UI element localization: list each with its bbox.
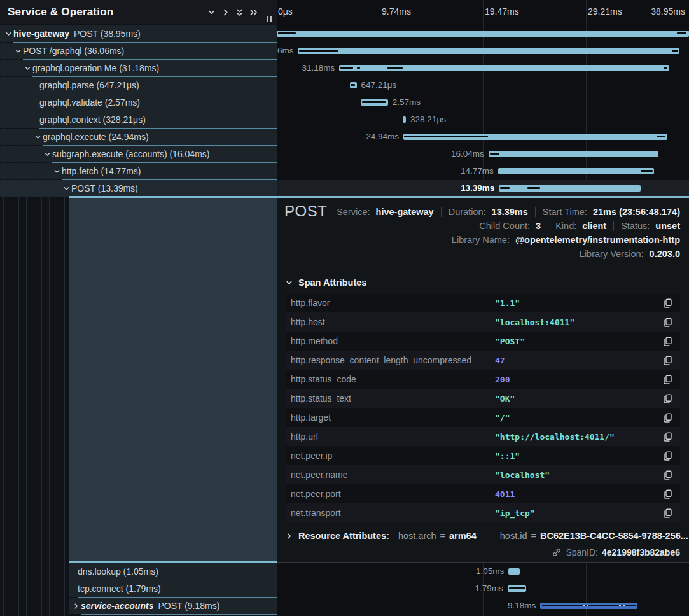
caret-down-icon[interactable]	[53, 167, 60, 175]
meta-value: 21ms (23:56:48.174)	[593, 207, 680, 217]
span-bar[interactable]	[277, 31, 689, 37]
child-span-marker	[664, 67, 667, 69]
duration-label: 1.79ms	[421, 584, 503, 594]
meta-value: unset	[655, 221, 680, 231]
caret-down-icon[interactable]	[34, 133, 41, 141]
copy-icon[interactable]	[662, 508, 672, 518]
caret-down-icon[interactable]	[4, 30, 12, 38]
copy-icon[interactable]	[662, 317, 672, 327]
span-meta: Service: hive-gatewayDuration: 13.39msSt…	[337, 205, 680, 261]
resource-attributes-toggle[interactable]: Resource Attributes: host.arch=arm64host…	[286, 531, 688, 541]
attribute-value: "localhost"	[495, 465, 550, 484]
copy-icon[interactable]	[662, 355, 672, 365]
copy-icon[interactable]	[662, 412, 672, 423]
copy-icon[interactable]	[662, 374, 672, 384]
span-id-value: 4e21998f3b82abe6	[602, 547, 680, 557]
span-bar[interactable]	[499, 185, 641, 192]
copy-icon[interactable]	[662, 393, 672, 403]
resource-attributes-title: Resource Attributes:	[298, 531, 389, 541]
collapse-all-icon[interactable]	[232, 5, 246, 19]
meta-label: Service:	[337, 207, 372, 217]
tree-row-label: subgraph.execute (accounts) (16.04ms)	[52, 146, 209, 162]
tree-row-background	[0, 180, 277, 197]
caret-down-icon[interactable]	[24, 64, 31, 72]
span-bar[interactable]	[339, 65, 669, 71]
tree-row[interactable]: graphql.operation Me (31.18ms)	[0, 60, 277, 77]
tree-row[interactable]: graphql.validate (2.57ms)	[0, 94, 277, 111]
link-icon[interactable]	[552, 548, 561, 557]
attribute-key: http.url	[291, 427, 318, 446]
span-bar[interactable]	[489, 151, 658, 157]
span-bar[interactable]	[403, 134, 667, 140]
attribute-key: http.response_content_length_uncompresse…	[291, 351, 471, 370]
caret-down-icon[interactable]	[43, 150, 51, 158]
span-bar[interactable]	[508, 585, 527, 592]
chevron-right-icon	[286, 533, 293, 540]
tree-panel-header: Service & Operation	[0, 0, 277, 24]
attribute-row: http.method"POST"	[286, 332, 680, 351]
span-bar[interactable]	[298, 48, 679, 54]
attribute-key: net.transport	[291, 503, 341, 522]
event-dot	[619, 605, 621, 606]
tree-row[interactable]: graphql.parse (647.21μs)	[0, 77, 277, 94]
copy-icon[interactable]	[662, 470, 672, 480]
tree-row-label: graphql.validate (2.57ms)	[39, 94, 140, 111]
tree-row[interactable]: subgraph.execute (accounts) (16.04ms)	[0, 146, 277, 163]
attribute-key: http.target	[291, 408, 331, 427]
span-meta-line: Service: hive-gatewayDuration: 13.39msSt…	[337, 205, 680, 219]
copy-icon[interactable]	[662, 298, 672, 308]
operation-label: graphql.context (328.21μs)	[39, 115, 146, 125]
tree-row[interactable]: dns.lookup (1.05ms)	[0, 563, 277, 580]
divider	[613, 221, 614, 231]
resource-value: arm64	[449, 531, 477, 541]
attribute-key: http.status_text	[291, 389, 351, 408]
meta-label: Library Name:	[452, 235, 512, 245]
collapse-one-icon[interactable]	[204, 5, 218, 19]
tree-row[interactable]: tcp.connect (1.79ms)	[0, 580, 277, 598]
child-span-marker	[340, 67, 353, 69]
ruler-tick: 0μs	[278, 6, 293, 17]
span-bar[interactable]	[540, 603, 637, 609]
event-dot	[587, 605, 588, 606]
caret-down-icon[interactable]	[62, 185, 70, 192]
tree-row[interactable]: POST /graphql (36.06ms)	[0, 43, 277, 60]
operation-label: tcp.connect (1.79ms)	[78, 584, 161, 594]
span-bar[interactable]	[361, 99, 388, 106]
attribute-key: http.host	[291, 312, 325, 332]
span-bar[interactable]	[403, 116, 406, 123]
span-bar[interactable]	[498, 168, 655, 174]
tree-row[interactable]: http.fetch (14.77ms)	[0, 163, 277, 180]
caret-right-icon[interactable]	[72, 602, 80, 610]
copy-icon[interactable]	[662, 489, 672, 499]
divider	[535, 207, 536, 217]
span-bar[interactable]	[508, 568, 519, 575]
tree-row[interactable]: service-accountsPOST (9.18ms)	[0, 598, 277, 615]
caret-down-icon[interactable]	[14, 47, 22, 55]
copy-icon[interactable]	[662, 336, 672, 346]
attribute-row: http.response_content_length_uncompresse…	[286, 351, 680, 370]
tree-row[interactable]: hive-gatewayPOST (38.95ms)	[0, 25, 277, 43]
duration-label: 2.57ms	[393, 97, 421, 108]
span-attributes-table: http.flavor"1.1"http.host"localhost:4011…	[286, 293, 680, 522]
attribute-value: "OK"	[495, 389, 515, 408]
child-span-marker	[351, 84, 355, 86]
tree-row[interactable]: graphql.execute (24.94ms)	[0, 129, 277, 146]
operation-label: dns.lookup (1.05ms)	[78, 566, 158, 577]
attribute-row: net.peer.name"localhost"	[286, 465, 680, 484]
panel-resize-handle[interactable]	[267, 16, 272, 22]
tree-row-label: tcp.connect (1.79ms)	[78, 580, 161, 597]
tree-row[interactable]: graphql.context (328.21μs)	[0, 111, 277, 129]
span-meta-line: Library Version: 0.203.0	[337, 247, 680, 261]
divider	[548, 221, 548, 231]
span-attributes-toggle[interactable]: Span Attributes	[286, 277, 366, 288]
expand-all-icon[interactable]	[246, 5, 260, 19]
duration-label: 647.21μs	[361, 80, 397, 90]
operation-label: graphql.parse (647.21μs)	[39, 80, 139, 90]
tree-row[interactable]: POST (13.39ms)	[0, 180, 277, 197]
copy-icon[interactable]	[662, 451, 672, 461]
span-bar[interactable]	[350, 82, 357, 88]
copy-icon[interactable]	[662, 431, 672, 442]
tree-row-label: graphql.operation Me (31.18ms)	[32, 60, 159, 76]
expand-one-icon[interactable]	[218, 5, 232, 19]
operation-label: http.fetch (14.77ms)	[62, 166, 141, 176]
